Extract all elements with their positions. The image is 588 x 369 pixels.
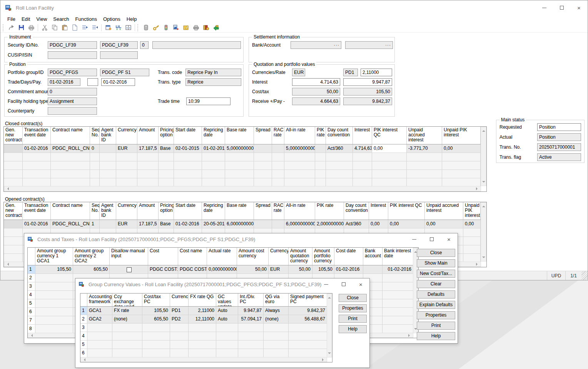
closed-vertical-scrollbar[interactable] [481, 127, 486, 186]
cell[interactable]: 0,00 [388, 220, 425, 228]
cell[interactable]: 50,00 [237, 265, 269, 273]
column-header[interactable]: Contract name [51, 127, 90, 144]
cell[interactable] [174, 161, 202, 169]
cell[interactable] [264, 340, 289, 349]
column-header[interactable]: PIK interest QC [388, 202, 425, 220]
cell[interactable]: 1 [28, 265, 35, 273]
cell[interactable] [4, 254, 23, 262]
portfolio-group-field[interactable]: PDGC_PFGS [48, 69, 97, 76]
gcv-vertical-scrollbar[interactable] [327, 294, 332, 357]
clear-button[interactable]: Clear [417, 280, 455, 288]
column-header[interactable]: Currency [170, 294, 189, 306]
cell[interactable]: 105,50 [35, 265, 73, 273]
cell[interactable]: 02-01-2015 [174, 144, 202, 153]
cell[interactable]: 2,11000 [189, 307, 216, 315]
cell[interactable] [326, 170, 353, 178]
column-header[interactable]: Currency [269, 248, 289, 265]
column-header[interactable]: Actual rate [207, 248, 237, 265]
cell[interactable] [137, 153, 159, 161]
column-header[interactable]: Base rate [225, 127, 254, 144]
cell[interactable] [216, 332, 238, 340]
cell[interactable] [254, 144, 272, 153]
cell[interactable] [463, 254, 481, 262]
cell[interactable] [174, 178, 202, 186]
cell[interactable] [35, 308, 73, 316]
currency-field[interactable]: EUR [292, 69, 305, 76]
cell[interactable] [372, 178, 407, 186]
column-header[interactable]: Unpaid accrued interest [425, 202, 463, 220]
cell[interactable] [254, 178, 272, 186]
new-document-icon[interactable] [70, 23, 80, 32]
column-header[interactable]: Currency [116, 127, 137, 144]
cell[interactable] [363, 265, 383, 273]
maximize-button[interactable] [553, 0, 570, 15]
cell[interactable] [202, 178, 225, 186]
interest-1-field[interactable]: 4.714,63 [292, 78, 340, 86]
cell[interactable]: PD1 [170, 307, 189, 315]
column-header[interactable]: Amount group currency 1 GCA1 [35, 248, 73, 265]
cell[interactable] [23, 161, 51, 169]
cell[interactable] [159, 170, 174, 178]
cell[interactable] [383, 316, 413, 324]
cell[interactable] [225, 178, 254, 186]
cell[interactable] [90, 161, 100, 169]
column-header[interactable]: GC values update [216, 294, 238, 306]
column-header[interactable]: PIK rate [315, 127, 326, 144]
cell[interactable]: Act/360 [326, 144, 353, 153]
cell[interactable] [289, 340, 327, 349]
cell[interactable] [383, 308, 413, 316]
column-header[interactable]: Interest [369, 202, 388, 220]
column-header[interactable]: Cost/tax PC [142, 294, 170, 306]
cell[interactable] [372, 161, 407, 169]
row-number[interactable]: 5 [80, 340, 87, 349]
column-header[interactable]: Agent bank ID [100, 127, 116, 144]
bank-field[interactable]: ··· [291, 41, 341, 49]
column-header[interactable]: Unpaid accrued interest [407, 127, 442, 144]
cell[interactable] [272, 220, 284, 228]
cell[interactable] [159, 161, 174, 169]
cell[interactable] [216, 324, 238, 332]
column-header[interactable]: Accounting framework [87, 294, 112, 306]
column-header[interactable]: Transaction event date [23, 127, 51, 144]
cell[interactable]: Auto [216, 315, 238, 323]
close-button[interactable]: Close [339, 294, 367, 302]
cell[interactable]: 605,50 [73, 265, 110, 273]
row-number[interactable]: 7 [28, 316, 35, 324]
security-id-2-field[interactable]: PDGC_LF39 [100, 41, 138, 49]
column-header[interactable]: Day count convention [326, 127, 353, 144]
close-button[interactable]: × [570, 0, 588, 15]
cell[interactable]: 01-02-2016 [383, 265, 413, 273]
paste-icon[interactable] [60, 23, 70, 32]
menu-edit[interactable]: Edit [18, 16, 33, 22]
cell[interactable] [315, 161, 326, 169]
remove-row-icon[interactable] [90, 23, 100, 32]
cell[interactable] [90, 178, 100, 186]
cell[interactable] [142, 349, 170, 357]
cell[interactable]: Base [159, 220, 174, 228]
cell[interactable] [100, 170, 116, 178]
cell[interactable] [23, 178, 51, 186]
column-header[interactable]: Gen. new contract [4, 127, 23, 144]
bank-ellipsis-button[interactable]: ··· [334, 42, 339, 49]
switch-icon[interactable] [161, 23, 171, 32]
cell[interactable]: PDGC_ROLL_CN1 [51, 220, 90, 228]
cell[interactable] [383, 282, 413, 290]
split-columns-icon[interactable] [123, 23, 133, 32]
requested-combobox[interactable]: Position [537, 123, 581, 131]
cell[interactable]: Always [264, 307, 289, 315]
cell[interactable] [4, 170, 23, 178]
cell[interactable] [238, 349, 264, 357]
cell[interactable] [51, 178, 90, 186]
cell[interactable] [284, 161, 315, 169]
cusip-1-field[interactable] [48, 51, 97, 59]
cell[interactable] [238, 340, 264, 349]
column-header[interactable]: Ccy exchange data used QG [112, 294, 142, 306]
cell[interactable] [116, 153, 137, 161]
help-button[interactable]: Help [339, 325, 367, 333]
cell[interactable] [264, 349, 289, 357]
column-header[interactable]: Spread [254, 127, 272, 144]
cell[interactable]: Act/360 [344, 220, 369, 228]
row-number[interactable]: 8 [28, 325, 35, 333]
cell[interactable] [100, 144, 116, 153]
cell[interactable]: EUR [116, 220, 137, 228]
